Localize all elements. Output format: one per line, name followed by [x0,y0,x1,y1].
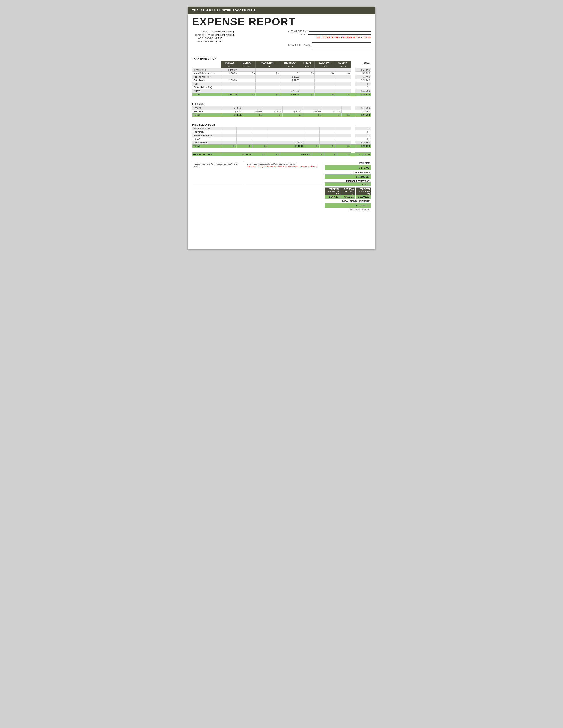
sunday-header: SUNDAY [335,61,351,65]
sep-cell [351,82,356,86]
data-cell: $ 35.00 [322,110,341,113]
total-cell: $ 145.00 [356,68,371,72]
club-name: TUALATIN HILLS UNITED SOCCER CLUB [192,9,256,12]
table-row: Other*$ - [192,137,371,141]
sep-cell [351,144,356,148]
data-cell [221,86,238,89]
row-label-cell: Entertainment* [192,141,221,144]
per-team-2-value: $ 551.15 [340,195,355,199]
total-cell: $ 158.00 [356,79,371,82]
data-cell: $ - [335,72,351,75]
data-cell [268,130,304,134]
total-row: TOTAL$ 157.30$ -$ -$ 331.00$ -$ -$ -$ 48… [192,93,371,96]
total-data-cell: $ - [322,113,341,117]
data-cell [256,89,279,93]
data-cell [236,130,252,134]
will-share-row: WILL EXPENCES BE SHARED BY MUTIPUL TEAMS [288,36,371,39]
data-cell [256,68,279,72]
gt-thu: $ 530.00 [279,153,311,156]
per-team-1-value: $ 1,102.30 [356,195,371,199]
data-cell [335,68,351,72]
sep-cell [351,127,356,130]
total-data-cell: $ 157.30 [221,93,238,96]
title-area: EXPENSE REPORT [188,14,375,28]
total-cell: $ 145.00 [356,106,371,110]
row-label-cell: Miles Reimbursement [192,72,221,75]
per-diem-label: PER DIEM [325,162,371,165]
per-team-2-header: PER TEAM EXPENSES (2) [340,188,355,195]
report-title: EXPENSE REPORT [192,17,371,27]
saturday-date: 6/4/16 [315,65,335,68]
data-cell [304,141,320,144]
row-label-cell: Airfare [192,89,221,93]
data-cell [315,89,335,93]
per-diem-value: $ 270.00 [325,165,371,170]
data-cell [221,141,237,144]
gt-sat: $ - [324,153,338,156]
data-cell [320,127,336,130]
data-cell [336,137,351,141]
data-cell [221,82,238,86]
sep-cell [351,113,356,117]
total-data-cell: $ 199.00 [268,144,304,148]
coaching-box: *Coaching expenses deducted from total r… [245,162,322,184]
data-cell: $ 50.00 [302,110,322,113]
transportation-label: TRANSPORTATION [192,57,371,60]
data-cell: $ 145.00 [221,106,243,110]
sep-cell [351,137,356,141]
total-header: TOTAL [356,61,371,65]
data-cell [268,137,304,141]
monday-date: 5/30/16 [221,65,238,68]
total-data-cell: $ - [304,144,320,148]
sep-cell [351,134,356,137]
per-team-row: PER TEAM EXPENSES (3) $ 367.43 PER TEAM … [325,187,371,199]
data-cell [221,130,237,134]
total-data-cell: $ - [221,144,237,148]
row-label-cell: Auto Rental [192,79,221,82]
data-cell [335,75,351,79]
row-label-cell: Lodging [192,106,221,110]
data-cell [236,134,252,137]
data-cell: $ - [279,72,300,75]
sep-cell [351,89,356,93]
coaching-note: 1) $20.00 - I charged $20.00 to the room… [246,165,321,168]
data-cell: $ - [238,72,256,75]
data-cell: $ - [315,72,335,75]
wednesday-header: WEDNESDAY [256,61,279,65]
team-event-row: TEAM AND EVENT (INSERT NAME) [192,34,275,36]
week-ending-label: WEEK ENDING: [192,37,214,39]
table-row: Phone, Fax-Internet$ - [192,134,371,137]
data-cell [300,89,315,93]
gt-fri: $ - [311,153,324,156]
data-cell [252,141,268,144]
team-event-label: TEAM AND EVENT [192,34,214,36]
table-row: Auto Rental$ 79.00$ 79.00$ 158.00 [192,79,371,82]
please-list-row: PLEASE LIS TEAM(S): [288,39,371,51]
total-data-cell: $ 145.00 [221,113,243,117]
misc-label: MISCELLANEOUS [192,123,371,126]
total-cell: $ - [356,86,371,89]
total-cell: $ - [356,127,371,130]
data-cell [221,127,237,130]
data-cell [268,134,304,137]
data-cell [315,68,335,72]
total-sum-cell: $ 199.00 [356,144,371,148]
data-cell [256,79,279,82]
data-cell [252,130,268,134]
row-label-cell: Other* [192,137,221,141]
page: TUALATIN HILLS UNITED SOCCER CLUB EXPENS… [188,7,375,249]
data-cell [279,68,300,72]
data-cell [341,106,351,110]
data-cell [304,134,320,137]
data-cell [320,141,336,144]
day-header-row: MONDAY TUESDAY WEDNESDAY THURSDAY FRIDAY… [192,61,371,65]
data-cell: $ 79.00 [221,79,238,82]
employee-value: (INSERT NAME) [215,30,234,33]
gt-wed: $ - [266,153,279,156]
data-cell [221,137,237,141]
authorized-by-row: AUTHORIZED BY: [288,30,371,33]
per-team-1-col: PER TEAM EXPENSES (1) $ 1,102.30 [356,187,371,199]
data-cell [300,82,315,86]
total-data-cell: $ - [300,93,315,96]
data-cell [315,75,335,79]
